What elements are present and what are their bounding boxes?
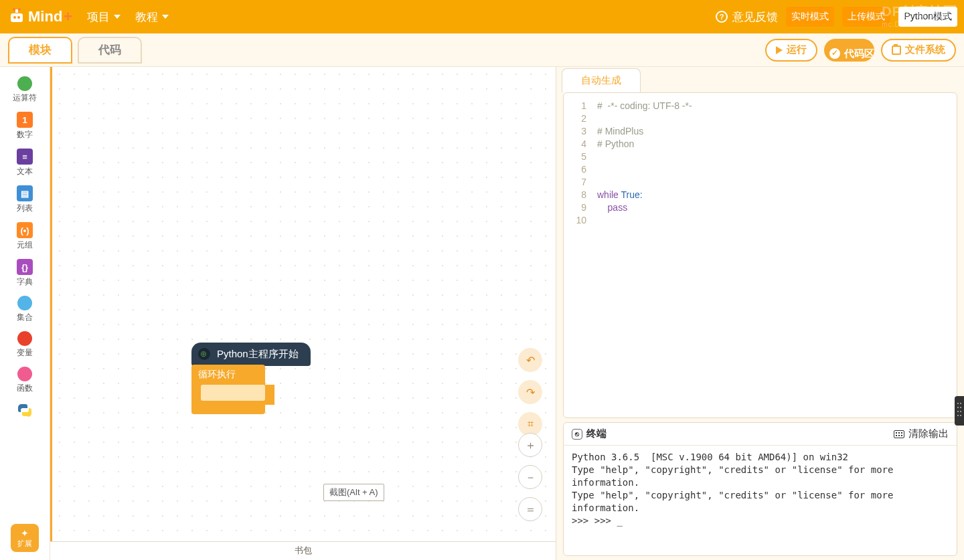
hat-block-label: Python主程序开始 [217, 348, 299, 359]
topbar: Mind + 项目 教程 ? 意见反馈 实时模式 上传模式 Python模式 D… [0, 0, 964, 33]
screenshot-hint: 截图(Alt + A) [323, 484, 384, 501]
python-icon: ⊕ [200, 349, 207, 359]
svg-text:?: ? [720, 13, 724, 21]
terminal-title-label: 终端 [586, 428, 607, 440]
operators-label: 运算符 [13, 92, 37, 104]
terminal-body[interactable]: Python 3.6.5 [MSC v.1900 64 bit AMD64)] … [564, 446, 957, 555]
clear-output-button[interactable]: 清除输出 [894, 428, 949, 440]
number-icon: 1 [17, 112, 33, 128]
feedback-button[interactable]: ? 意见反馈 [715, 9, 778, 25]
feedback-label: 意见反馈 [732, 9, 778, 25]
palette-tuple[interactable]: (•)元组 [1, 218, 48, 255]
backpack[interactable]: 书包 [50, 541, 556, 560]
stage[interactable]: ⊕ Python主程序开始 循环执行 ↶ ↷ ⌗ ＋ － ＝ 截图(Alt + … [50, 67, 556, 541]
tab-auto-generate[interactable]: 自动生成 [562, 68, 641, 92]
code-content: # -*- coding: UTF-8 -*- # MindPlus # Pyt… [592, 93, 692, 417]
mode-upload-button[interactable]: 上传模式 [842, 7, 890, 27]
redo-button[interactable]: ↷ [518, 380, 542, 404]
run-button[interactable]: 运行 [765, 39, 817, 62]
line-gutter: 12345678910 [564, 93, 592, 417]
chevron-down-icon [114, 15, 120, 19]
run-label: 运行 [787, 43, 807, 56]
chevron-down-icon [162, 15, 169, 19]
zoom-controls: ＋ － ＝ [518, 433, 542, 521]
block-stack[interactable]: ⊕ Python主程序开始 循环执行 [191, 343, 311, 414]
function-label: 函数 [17, 383, 33, 394]
loop-block[interactable]: 循环执行 [191, 365, 265, 385]
svg-point-2 [17, 16, 20, 19]
logo-text: Mind [28, 8, 62, 25]
function-icon [17, 367, 32, 381]
check-icon: ✓ [829, 48, 840, 59]
view-tabs: 模块 代码 [8, 37, 142, 64]
code-area-label: 代码区 [844, 47, 874, 60]
file-system-label: 文件系统 [905, 43, 945, 56]
topbar-right: ? 意见反馈 实时模式 上传模式 Python模式 [715, 0, 957, 33]
extensions-label: 扩展 [17, 539, 32, 549]
list-label: 列表 [17, 203, 33, 214]
svg-point-5 [18, 8, 21, 11]
palette-operators[interactable]: 运算符 [1, 72, 48, 108]
file-system-button[interactable]: 文件系统 [881, 39, 956, 62]
main: 运算符1数字≡文本▤列表(•)元组{}字典集合变量函数 ✦ 扩展 ⊕ Pytho… [0, 67, 964, 560]
svg-point-4 [13, 8, 15, 11]
logo[interactable]: Mind + [8, 8, 72, 25]
number-label: 数字 [17, 129, 33, 141]
tuple-label: 元组 [17, 240, 33, 251]
robot-icon [8, 8, 25, 25]
terminal-title: ⎋ 终端 [572, 428, 607, 440]
palette-dict[interactable]: {}字典 [1, 255, 48, 292]
set-label: 集合 [17, 312, 33, 323]
tab-code[interactable]: 代码 [78, 37, 142, 64]
right-panel: 自动生成 12345678910 # -*- coding: UTF-8 -*-… [556, 67, 964, 560]
menu-project[interactable]: 项目 [87, 9, 120, 25]
variable-icon [17, 331, 32, 346]
mode-python-button[interactable]: Python模式 [898, 7, 957, 27]
palette-variable[interactable]: 变量 [1, 327, 48, 363]
side-drawer-handle[interactable] [955, 396, 964, 426]
variable-label: 变量 [17, 347, 33, 359]
code-editor[interactable]: 12345678910 # -*- coding: UTF-8 -*- # Mi… [563, 92, 957, 418]
palette-function[interactable]: 函数 [1, 363, 48, 398]
toolbar-right: 运行 ✓ 代码区 文件系统 [765, 39, 956, 62]
operators-icon [17, 76, 32, 91]
palette-set[interactable]: 集合 [1, 292, 48, 327]
dict-icon: {} [17, 259, 33, 275]
palette-python[interactable] [1, 398, 48, 424]
dict-label: 字典 [17, 276, 33, 288]
zoom-reset-button[interactable]: ＝ [518, 497, 542, 521]
palette-list[interactable]: ▤列表 [1, 181, 48, 218]
loop-block-foot [191, 405, 265, 414]
zoom-out-button[interactable]: － [518, 465, 542, 489]
code-tabs: 自动生成 [556, 67, 964, 92]
loop-block-body[interactable] [191, 385, 274, 405]
question-icon: ? [715, 10, 728, 23]
folder-icon [892, 45, 901, 55]
sparkle-icon: ✦ [21, 528, 29, 539]
palette-text[interactable]: ≡文本 [1, 145, 48, 181]
logo-plus: + [64, 8, 72, 25]
text-label: 文本 [17, 166, 33, 177]
zoom-in-button[interactable]: ＋ [518, 433, 542, 457]
undo-button[interactable]: ↶ [518, 348, 542, 372]
python-icon [17, 402, 33, 418]
mode-live-button[interactable]: 实时模式 [786, 7, 834, 27]
palette: 运算符1数字≡文本▤列表(•)元组{}字典集合变量函数 ✦ 扩展 [0, 67, 50, 560]
hat-block-start[interactable]: ⊕ Python主程序开始 [191, 343, 311, 366]
text-icon: ≡ [17, 149, 33, 165]
stage-controls: ↶ ↷ ⌗ [518, 348, 542, 436]
code-area-button[interactable]: ✓ 代码区 [824, 39, 874, 62]
play-icon [776, 46, 783, 54]
svg-rect-0 [11, 13, 23, 22]
clear-output-label: 清除输出 [908, 428, 949, 440]
menu-tutorial[interactable]: 教程 [135, 9, 169, 25]
palette-number[interactable]: 1数字 [1, 108, 48, 145]
menu-project-label: 项目 [87, 9, 110, 25]
tab-blocks[interactable]: 模块 [8, 37, 72, 64]
keyboard-icon [894, 430, 904, 438]
terminal: ⎋ 终端 清除输出 Python 3.6.5 [MSC v.1900 64 bi… [563, 422, 957, 556]
set-icon [17, 296, 32, 310]
link-icon: ⎋ [572, 429, 582, 440]
extensions-button[interactable]: ✦ 扩展 [11, 524, 39, 552]
toolbar: 模块 代码 运行 ✓ 代码区 文件系统 [0, 33, 964, 67]
